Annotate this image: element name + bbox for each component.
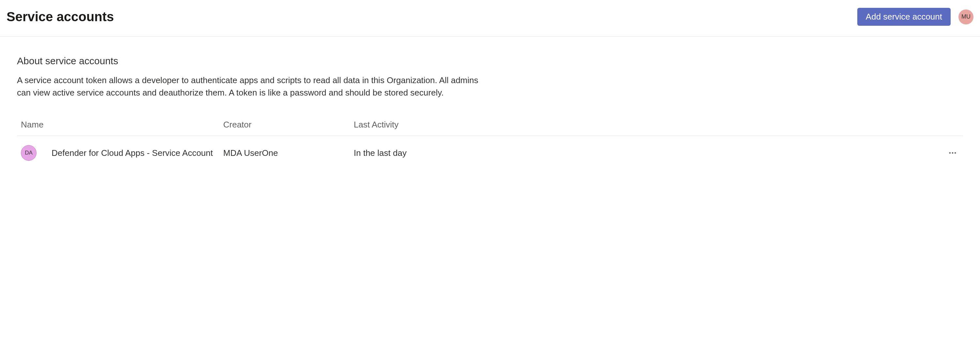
svg-point-0 [949, 152, 951, 154]
column-header-activity[interactable]: Last Activity [354, 120, 484, 130]
column-header-creator[interactable]: Creator [223, 120, 354, 130]
about-description: A service account token allows a develop… [17, 75, 493, 99]
about-title: About service accounts [17, 55, 963, 67]
row-actions [484, 146, 959, 159]
service-account-avatar: DA [21, 145, 37, 161]
table-row[interactable]: DA Defender for Cloud Apps - Service Acc… [17, 136, 963, 170]
page-title: Service accounts [6, 10, 114, 24]
row-name-cell: DA Defender for Cloud Apps - Service Acc… [21, 145, 223, 161]
user-avatar[interactable]: MU [958, 10, 974, 24]
column-header-name[interactable]: Name [21, 120, 223, 130]
service-account-activity: In the last day [354, 148, 484, 158]
page-header: Service accounts Add service account MU [0, 0, 980, 36]
service-account-name: Defender for Cloud Apps - Service Accoun… [52, 148, 213, 158]
svg-point-1 [952, 152, 954, 154]
table-header: Name Creator Last Activity [17, 120, 963, 136]
svg-point-2 [955, 152, 956, 154]
service-account-creator: MDA UserOne [223, 148, 354, 158]
header-actions: Add service account MU [857, 8, 974, 26]
service-accounts-table: Name Creator Last Activity DA Defender f… [17, 120, 963, 170]
add-service-account-button[interactable]: Add service account [857, 8, 951, 26]
page-content: About service accounts A service account… [0, 36, 980, 170]
more-actions-icon[interactable] [946, 146, 959, 159]
